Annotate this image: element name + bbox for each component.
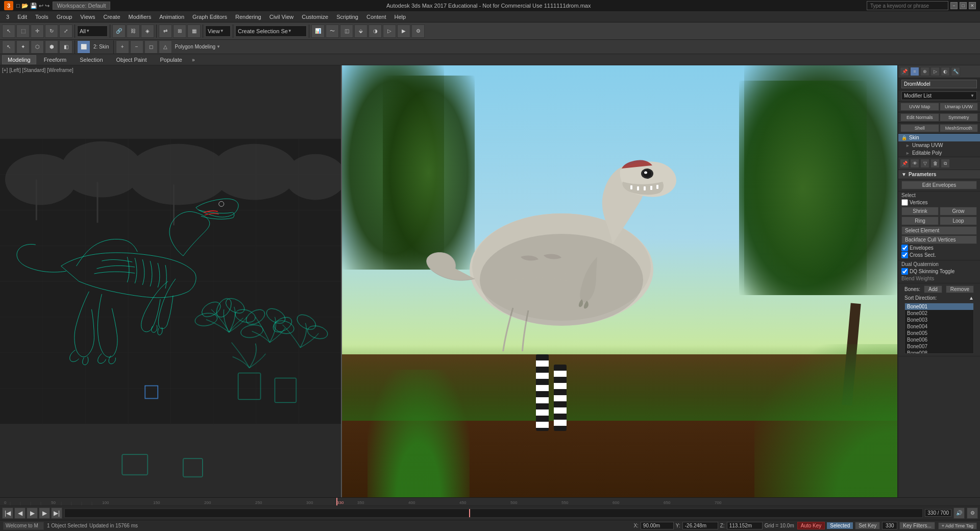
menu-content[interactable]: Content (362, 13, 390, 21)
redo-btn[interactable]: ↪ (45, 3, 50, 9)
shrink-btn[interactable]: Shrink (901, 207, 939, 215)
menu-create[interactable]: Create (100, 13, 125, 21)
panel-motion-btn[interactable]: ▷ (930, 67, 940, 76)
shell-btn[interactable]: Shell (900, 124, 939, 132)
panel-utility-btn[interactable]: 🔧 (951, 67, 960, 76)
bone-item-006[interactable]: Bone006 (905, 336, 973, 343)
stack-funnel-icon[interactable]: ▽ (920, 159, 929, 168)
menu-modifiers[interactable]: Modifiers (125, 13, 156, 21)
filter-dropdown[interactable]: All▼ (77, 26, 108, 37)
bone-item-008[interactable]: Bone008 (905, 350, 973, 354)
unwrap-uvw-btn[interactable]: Unwrap UVW (940, 103, 978, 111)
backface-btn[interactable]: Backface Cull Vertices (901, 235, 977, 244)
goto-start-btn[interactable]: |◀ (2, 508, 13, 519)
menu-3[interactable]: 3 (2, 13, 13, 21)
frame-counter[interactable]: 330 / 700 (925, 509, 951, 517)
object-name-input[interactable]: DromModel (901, 80, 977, 88)
rotate-btn[interactable]: ↻ (45, 25, 58, 38)
modifier-unwrap-sub[interactable]: ► Unwrap UVW (898, 141, 980, 149)
layer-btn[interactable]: ▦ (187, 25, 201, 38)
stack-delete-icon[interactable]: 🗑 (930, 159, 940, 168)
sub-btn2[interactable]: ✦ (16, 40, 30, 54)
menu-rendering[interactable]: Rendering (231, 13, 265, 21)
uvw-map-btn[interactable]: UVW Map (900, 103, 939, 111)
z-coord[interactable]: 113.152m (727, 522, 763, 529)
sub-btn10[interactable]: △ (159, 40, 172, 54)
align-btn[interactable]: ⊞ (173, 25, 186, 38)
panel-modify-btn[interactable]: ≡ (910, 67, 919, 76)
render-btn[interactable]: ▷ (383, 25, 396, 38)
search-input[interactable] (867, 1, 948, 10)
tab-extra-btn[interactable]: » (192, 57, 195, 63)
render-frame-btn[interactable]: ▶ (397, 25, 410, 38)
sub-btn1[interactable]: ↖ (2, 40, 15, 54)
set-key-btn[interactable]: Set Key (855, 522, 880, 529)
close-btn[interactable]: ✕ (969, 2, 976, 9)
ring-btn[interactable]: Ring (901, 216, 939, 225)
auto-key-btn[interactable]: Auto Key (797, 522, 825, 529)
stack-copy-icon[interactable]: ⧉ (941, 159, 950, 168)
panel-display-btn[interactable]: ◐ (941, 67, 950, 76)
viewport-left[interactable]: [+] [Left] [Standard] [Wireframe] (0, 65, 342, 497)
stack-show-icon[interactable]: 👁 (910, 159, 919, 168)
tab-populate[interactable]: Populate (154, 55, 187, 64)
select-region-btn[interactable]: ⬚ (16, 25, 30, 38)
symmetry-btn[interactable]: Symmetry (940, 113, 978, 122)
curve-btn[interactable]: 〜 (326, 25, 339, 38)
bone-item-002[interactable]: Bone002 (905, 310, 973, 317)
tab-object-paint[interactable]: Object Paint (111, 55, 153, 64)
add-time-tag-btn[interactable]: + Add Time Tag (938, 522, 977, 529)
menu-civil-view[interactable]: Civil View (265, 13, 298, 21)
sub-btn8[interactable]: − (130, 40, 143, 54)
new-btn[interactable]: □ (16, 3, 20, 9)
stack-pin-icon[interactable]: 📌 (900, 159, 909, 168)
modifier-list-dropdown[interactable]: Modifier List ▼ (901, 91, 977, 100)
next-frame-btn[interactable]: ▶ (39, 508, 50, 519)
edit-envelopes-btn[interactable]: Edit Envelopes (901, 181, 977, 189)
schematic-btn[interactable]: ⬙ (354, 25, 368, 38)
select-tool-btn[interactable]: ↖ (2, 25, 15, 38)
bone-item-001[interactable]: Bone001 (905, 303, 973, 310)
modifier-skin[interactable]: 🔒 Skin (898, 134, 980, 141)
open-btn[interactable]: 📂 (21, 3, 29, 9)
audio-btn[interactable]: 🔊 (953, 508, 965, 519)
cross-sections-checkbox[interactable] (901, 252, 908, 258)
tab-freeform[interactable]: Freeform (38, 55, 72, 64)
workspace-dropdown[interactable]: Workspace: Default (53, 2, 111, 10)
material-btn[interactable]: ◑ (369, 25, 382, 38)
vertices-checkbox[interactable] (901, 199, 908, 206)
grow-btn[interactable]: Grow (940, 207, 977, 215)
prev-frame-btn[interactable]: ◀ (14, 508, 26, 519)
frame-number[interactable]: 330 (882, 522, 897, 529)
sub-btn4[interactable]: ⬢ (45, 40, 58, 54)
bone-item-007[interactable]: Bone007 (905, 343, 973, 350)
sub-btn7[interactable]: + (116, 40, 129, 54)
add-bone-btn[interactable]: Add (924, 285, 942, 293)
menu-tools[interactable]: Tools (31, 13, 53, 21)
graph-btn[interactable]: 📊 (311, 25, 325, 38)
save-btn[interactable]: 💾 (30, 3, 37, 9)
menu-edit[interactable]: Edit (13, 13, 31, 21)
panel-pin-btn[interactable]: 📌 (900, 67, 909, 76)
menu-views[interactable]: Views (76, 13, 99, 21)
render-setup-btn[interactable]: ⚙ (411, 25, 425, 38)
view-dropdown[interactable]: View▼ (205, 26, 231, 37)
scale-btn[interactable]: ⤢ (59, 25, 72, 38)
bone-item-005[interactable]: Bone005 (905, 330, 973, 336)
menu-graph-editors[interactable]: Graph Editors (188, 13, 231, 21)
y-coord[interactable]: -26.248m (682, 522, 718, 529)
remove-bone-btn[interactable]: Remove (946, 285, 974, 293)
sub-btn3[interactable]: ⬡ (31, 40, 44, 54)
link-btn[interactable]: 🔗 (112, 25, 126, 38)
bone-item-003[interactable]: Bone003 (905, 317, 973, 323)
sort-direction-icon[interactable]: ▲ (969, 295, 974, 301)
unlink-btn[interactable]: ⛓ (127, 25, 140, 38)
timeline-track[interactable] (64, 509, 923, 518)
menu-customize[interactable]: Customize (298, 13, 332, 21)
dq-toggle-checkbox[interactable] (901, 268, 908, 275)
dope-btn[interactable]: ◫ (340, 25, 353, 38)
tab-modeling[interactable]: Modeling (2, 55, 36, 64)
goto-end-btn[interactable]: ▶| (51, 508, 62, 519)
menu-animation[interactable]: Animation (155, 13, 188, 21)
bone-item-004[interactable]: Bone004 (905, 323, 973, 330)
